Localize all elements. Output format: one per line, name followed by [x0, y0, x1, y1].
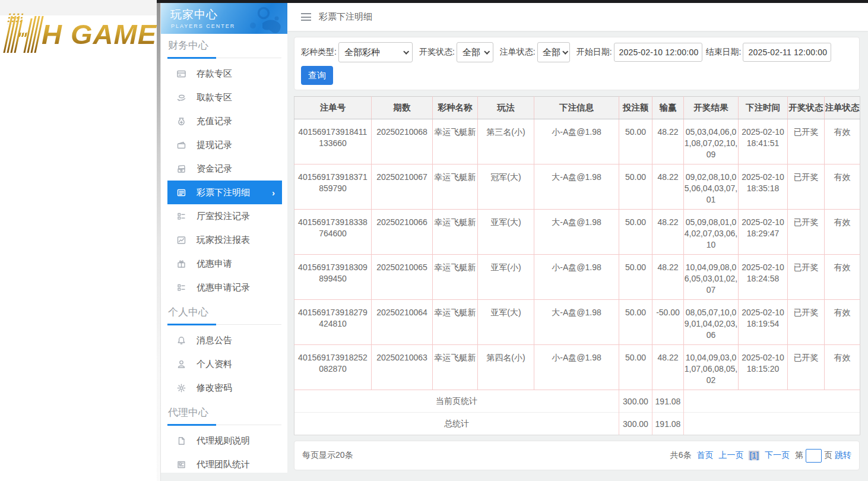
table-cell: 48.22	[652, 119, 684, 164]
table-cell: 2025-02-10 18:15:20	[739, 345, 788, 390]
column-header: 彩种名称	[433, 97, 478, 119]
table-cell: 2025-02-10 18:24:58	[739, 255, 788, 300]
table-cell: 48.22	[652, 345, 684, 390]
table-cell: 50.00	[619, 164, 652, 210]
table-cell: 20250210068	[372, 119, 433, 164]
table-cell: 401569173918371859790	[294, 164, 372, 210]
jump-suffix-label: 页	[824, 450, 832, 461]
column-header: 开奖状态	[788, 97, 825, 119]
table-cell: 20250210067	[372, 164, 433, 210]
sidebar-item[interactable]: 消息公告›	[161, 328, 287, 352]
sidebar-item[interactable]: 存款专区›	[161, 62, 287, 86]
person-icon	[176, 359, 186, 369]
table-header-row: 注单号期数彩种名称玩法下注信息投注额输赢开奖结果下注时间开奖状态注单状态	[294, 97, 860, 119]
table-cell: 20250210066	[372, 210, 433, 255]
card-icon	[176, 69, 186, 79]
table-cell: 亚军(大)	[478, 210, 534, 255]
logo-text: H GAME	[42, 16, 157, 53]
table-cell: 小-A盘@1.98	[534, 119, 619, 164]
table-cell: 幸运飞艇新	[433, 345, 478, 390]
table-row: 40156917391837185979020250210067幸运飞艇新冠军(…	[294, 164, 860, 210]
section-title: 财务中心	[167, 34, 281, 58]
sidebar-item-label: 修改密码	[197, 382, 232, 394]
table-cell: 10,04,09,03,01,07,06,08,05,02	[684, 345, 739, 390]
table-cell: 401569173918252082870	[294, 345, 372, 390]
table-row: 40156917391825208287020250210063幸运飞艇新第四名…	[294, 345, 860, 390]
draw-status-select[interactable]: 全部	[457, 42, 493, 62]
table-cell: 有效	[825, 164, 860, 210]
chevron-right-icon: ›	[272, 188, 275, 198]
sidebar-item[interactable]: 资金记录›	[161, 157, 287, 181]
next-page-link[interactable]: 下一页	[765, 450, 790, 461]
sidebar-item[interactable]: 代理团队统计›	[161, 452, 287, 473]
sidebar-item[interactable]: 修改密码›	[161, 376, 287, 400]
column-header: 下注信息	[534, 97, 619, 119]
end-date-input[interactable]: 2025-02-11 12:00:00	[743, 43, 831, 62]
column-header: 下注时间	[739, 97, 788, 119]
sidebar-item[interactable]: 优惠申请›	[161, 252, 287, 276]
page-jump-group: 第 页 跳转	[795, 449, 851, 463]
sidebar-item[interactable]: 充值记录›	[161, 109, 287, 133]
table-cell: 401569173918411133660	[294, 119, 372, 164]
menu-group: 代理规则说明›代理团队统计›	[161, 425, 287, 473]
column-header: 开奖结果	[684, 97, 739, 119]
bets-table: 注单号期数彩种名称玩法下注信息投注额输赢开奖结果下注时间开奖状态注单状态 401…	[294, 96, 860, 435]
table-cell: 第四名(小)	[478, 345, 534, 390]
sidebar-item[interactable]: 彩票下注明细›	[167, 181, 282, 204]
pagination-bar: 每页显示20条 共6条 首页 上一页 [1] 下一页 第 页 跳转	[294, 441, 860, 470]
table-row: 40156917391827942481020250210064幸运飞艇新亚军(…	[294, 300, 860, 345]
table-cell: 20250210064	[372, 300, 433, 345]
sidebar-item[interactable]: 代理规则说明›	[161, 429, 287, 452]
column-header: 投注额	[619, 97, 652, 119]
table-cell: 50.00	[619, 300, 652, 345]
sidebar-item[interactable]: 玩家投注报表›	[161, 228, 287, 252]
table-cell: 大-A盘@1.98	[534, 164, 619, 210]
table-cell: 幸运飞艇新	[433, 164, 478, 210]
site-logo: H GAME	[6, 15, 157, 53]
table-cell: 已开奖	[788, 164, 825, 210]
column-header: 玩法	[478, 97, 534, 119]
table-row: 40156917391833876460020250210066幸运飞艇新亚军(…	[294, 210, 860, 255]
table-cell: 有效	[825, 119, 860, 164]
sidebar-scrollbar[interactable]	[157, 0, 161, 481]
sidebar-item[interactable]: 厅室投注记录›	[161, 204, 287, 228]
sidebar-item[interactable]: 优惠申请记录›	[161, 276, 287, 299]
column-header: 输赢	[652, 97, 684, 119]
sidebar-item-label: 彩票下注明细	[197, 187, 250, 198]
sidebar-item-label: 优惠申请	[197, 258, 232, 270]
sidebar: 玩家中心 PLAYERS CENTER 财务中心存款专区›取款专区›充值记录›提…	[161, 3, 287, 473]
summary-empty	[684, 390, 860, 413]
table-cell: 有效	[825, 300, 860, 345]
table-cell: 10,04,09,08,06,05,03,01,02,07	[684, 255, 739, 300]
table-cell: 有效	[825, 255, 860, 300]
start-date-input[interactable]: 2025-02-10 12:00:00	[614, 43, 702, 62]
menu-toggle-icon[interactable]	[301, 13, 311, 21]
doc-icon	[176, 436, 186, 446]
sidebar-item[interactable]: 提现记录›	[161, 133, 287, 157]
order-status-select[interactable]: 全部	[537, 42, 570, 62]
total-count-text: 共6条	[670, 450, 692, 461]
sidebar-header: 玩家中心 PLAYERS CENTER	[161, 3, 287, 34]
sidebar-item-label: 取款专区	[197, 92, 232, 103]
query-button[interactable]: 查询	[301, 66, 333, 85]
sidebar-item[interactable]: 个人资料›	[161, 352, 287, 376]
sidebar-item-label: 个人资料	[197, 359, 232, 370]
main-topbar: 彩票下注明细	[287, 3, 868, 31]
table-cell: 幸运飞艇新	[433, 255, 478, 300]
prev-page-link[interactable]: 上一页	[718, 450, 743, 461]
top-dark-strip	[157, 0, 868, 3]
table-cell: 50.00	[619, 255, 652, 300]
jump-button[interactable]: 跳转	[835, 450, 851, 461]
lottery-type-select[interactable]: 全部彩种	[338, 42, 413, 62]
table-cell: 401569173918309899450	[294, 255, 372, 300]
sidebar-item-label: 玩家投注报表	[197, 235, 250, 246]
gamepad-icon	[240, 5, 283, 34]
sidebar-item[interactable]: 取款专区›	[161, 86, 287, 109]
table-cell: 2025-02-10 18:41:51	[739, 119, 788, 164]
chevron-down-icon	[484, 49, 490, 55]
table-cell: 已开奖	[788, 119, 825, 164]
page-number-input[interactable]	[806, 449, 822, 463]
gift-icon	[176, 259, 186, 269]
list-icon	[176, 188, 186, 198]
first-page-link[interactable]: 首页	[696, 450, 713, 461]
